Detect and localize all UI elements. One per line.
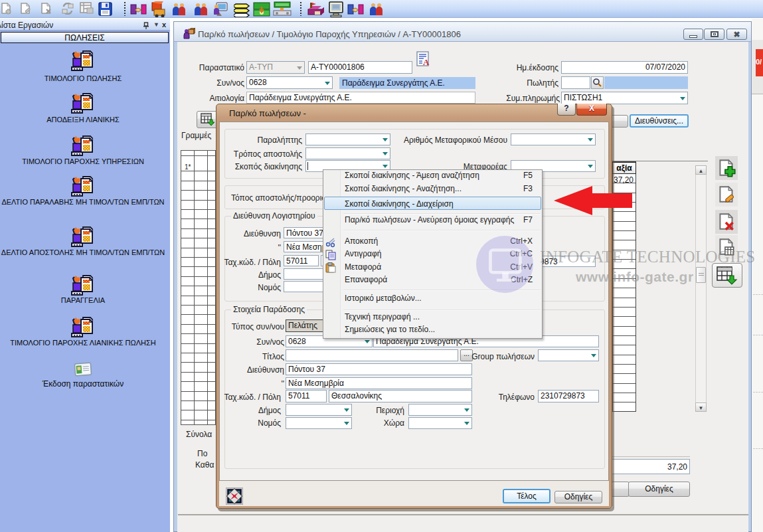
svg-text:A: A <box>423 57 430 66</box>
